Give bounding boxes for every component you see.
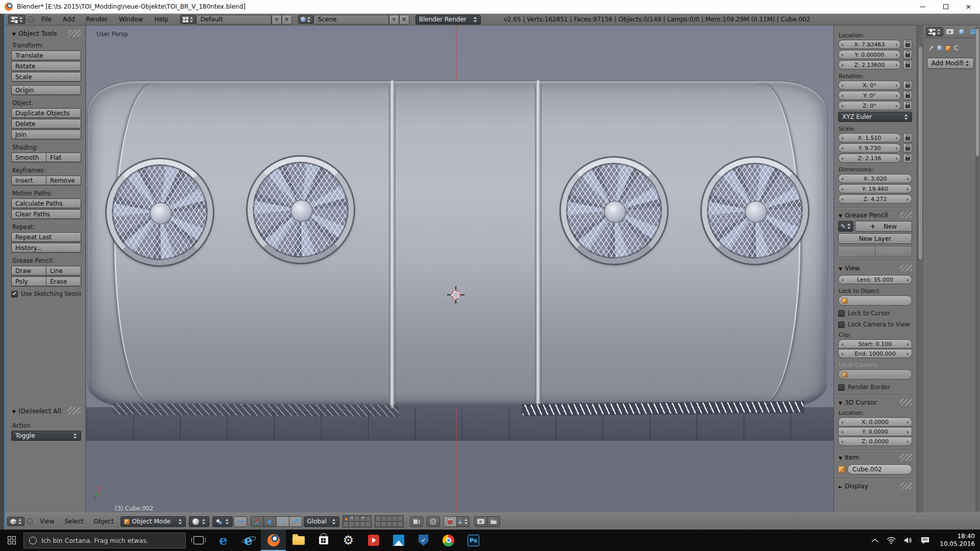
cursor-3d[interactable]	[449, 288, 463, 302]
layer-cell[interactable]	[381, 516, 386, 521]
grease-pencil-panel-header[interactable]: ▼Grease Pencil	[839, 211, 912, 219]
taskbar-app-chrome[interactable]	[436, 530, 461, 551]
snap-toggle-button[interactable]	[444, 516, 457, 527]
manipulator-rotate-button[interactable]	[276, 516, 289, 527]
menu-render[interactable]: Render	[80, 16, 113, 23]
lock-rotation-y-button[interactable]	[903, 91, 912, 100]
taskbar-app-photos[interactable]	[386, 530, 411, 551]
lock-rotation-x-button[interactable]	[903, 81, 912, 90]
viewport-3d[interactable]: y User Persp (3) Cube.002	[86, 26, 834, 513]
clip-start-field[interactable]: Start: 0.100	[838, 339, 912, 348]
add-layout-button[interactable]: +	[272, 15, 282, 24]
taskbar-clock[interactable]: 18:40 10.05.2016	[938, 533, 975, 548]
layer-cell[interactable]	[386, 516, 392, 521]
menu-file[interactable]: File	[36, 16, 57, 23]
layer-cell[interactable]	[360, 516, 365, 521]
start-button[interactable]	[0, 530, 23, 551]
taskbar-app-media[interactable]	[361, 530, 386, 551]
delete-button[interactable]: Delete	[11, 119, 81, 129]
duplicate-objects-button[interactable]: Duplicate Objects	[11, 108, 81, 118]
collapse-menus-icon[interactable]: −	[28, 16, 34, 22]
opengl-anim-button[interactable]	[487, 516, 500, 527]
layer-cell[interactable]	[360, 521, 365, 527]
taskbar-app-photoshop[interactable]: Ps	[461, 530, 486, 551]
mode-select[interactable]: Object Mode	[120, 516, 186, 527]
repeat-last-button[interactable]: Repeat Last	[11, 232, 81, 242]
dimensions-x-field[interactable]: X: 3.020	[838, 174, 912, 183]
fan-grille-1[interactable]	[107, 159, 213, 265]
remove-keyframe-button[interactable]: Remove	[46, 176, 81, 185]
screen-layout-name[interactable]: Default	[196, 15, 272, 24]
layer-cell[interactable]	[375, 521, 381, 527]
add-modifier-button[interactable]: Add Modifi	[927, 58, 974, 69]
action-center-icon[interactable]	[921, 537, 929, 544]
taskbar-app-file-explorer[interactable]	[286, 530, 311, 551]
fan-grille-3[interactable]	[561, 158, 667, 264]
taskbar-app-settings[interactable]: ⚙	[336, 530, 361, 551]
snap-element-select[interactable]	[456, 516, 470, 527]
properties-scrollbar[interactable]	[975, 27, 979, 511]
layer-cell[interactable]	[365, 521, 371, 527]
properties-editor-selector[interactable]	[926, 27, 943, 36]
clear-paths-button[interactable]: Clear Paths	[11, 209, 81, 219]
taskbar-app-blender[interactable]	[261, 530, 286, 551]
manipulator-scale-button[interactable]	[289, 516, 302, 527]
history-button[interactable]: History...	[11, 243, 81, 253]
rotation-x-field[interactable]: X: 0°	[838, 81, 901, 90]
fan-grille-2[interactable]	[248, 157, 354, 263]
layer-cell[interactable]	[354, 521, 360, 527]
display-panel-header[interactable]: ►Display	[839, 482, 912, 490]
location-z-field[interactable]: Z: 2.13600	[838, 60, 901, 69]
lock-scale-z-button[interactable]	[903, 154, 912, 163]
rotation-y-field[interactable]: Y: 0°	[838, 91, 901, 100]
menu-object[interactable]: Object	[89, 518, 119, 525]
layer-cell[interactable]	[381, 521, 386, 527]
sketching-checkbox[interactable]: ✔	[11, 291, 18, 297]
item-panel-header[interactable]: ▼Item	[839, 454, 912, 461]
dimensions-z-field[interactable]: Z: 4.272	[838, 194, 912, 204]
layer-cell[interactable]	[398, 516, 403, 521]
viewport-shading-select[interactable]	[189, 516, 209, 527]
viewport-editor-selector[interactable]	[7, 517, 24, 526]
menu-view[interactable]: View	[35, 518, 59, 525]
volume-icon[interactable]	[904, 537, 913, 544]
rotation-z-field[interactable]: Z: 0°	[838, 101, 901, 110]
proportional-edit-button[interactable]	[427, 516, 440, 527]
lock-to-scene-button[interactable]	[410, 516, 423, 527]
layer-cell[interactable]	[398, 521, 403, 527]
lock-camera-checkbox[interactable]	[838, 321, 845, 328]
layer-cell[interactable]	[375, 516, 381, 521]
n-panel-scrollbar[interactable]	[917, 26, 923, 513]
menu-help[interactable]: Help	[149, 16, 174, 23]
layer-cell[interactable]	[365, 516, 371, 521]
menu-add[interactable]: Add	[57, 16, 80, 23]
object-tools-panel-header[interactable]: ▼Object Tools	[11, 30, 81, 37]
gp-draw-mode-button[interactable]: ✎	[838, 221, 853, 232]
scale-y-field[interactable]: Y: 9.730	[838, 143, 901, 153]
taskbar-app-store[interactable]	[311, 530, 336, 551]
menu-window[interactable]: Window	[113, 16, 149, 23]
opengl-render-button[interactable]	[474, 516, 487, 527]
collapse-menus-icon[interactable]: −	[27, 518, 33, 524]
fan-grille-4[interactable]	[702, 158, 808, 264]
orientation-select[interactable]: Global	[304, 516, 339, 527]
layer-cell[interactable]	[343, 521, 349, 527]
gp-new-button[interactable]: +New	[855, 221, 912, 232]
calculate-paths-button[interactable]: Calculate Paths	[11, 198, 81, 208]
scale-z-field[interactable]: Z: 2.136	[838, 154, 901, 163]
cortana-search-input[interactable]: Ich bin Cortana. Frag mich etwas.	[23, 533, 186, 548]
render-engine-select[interactable]: Blender Render	[415, 15, 481, 24]
clip-end-field[interactable]: End: 1000.000	[838, 349, 912, 358]
lock-scale-x-button[interactable]	[903, 133, 912, 142]
flat-button[interactable]: Flat	[46, 153, 81, 162]
location-y-field[interactable]: Y: 0.00000	[838, 50, 901, 59]
translate-button[interactable]: Translate	[11, 51, 81, 60]
editor-type-selector[interactable]	[8, 15, 26, 24]
layer-cell[interactable]	[392, 516, 398, 521]
gp-new-layer-button[interactable]: New Layer	[838, 233, 912, 244]
join-button[interactable]: Join	[11, 130, 81, 139]
gp-erase-button[interactable]: Erase	[46, 277, 81, 286]
origin-button[interactable]: Origin	[11, 85, 81, 95]
insert-keyframe-button[interactable]: Insert	[11, 176, 46, 185]
task-view-button[interactable]	[186, 530, 211, 551]
